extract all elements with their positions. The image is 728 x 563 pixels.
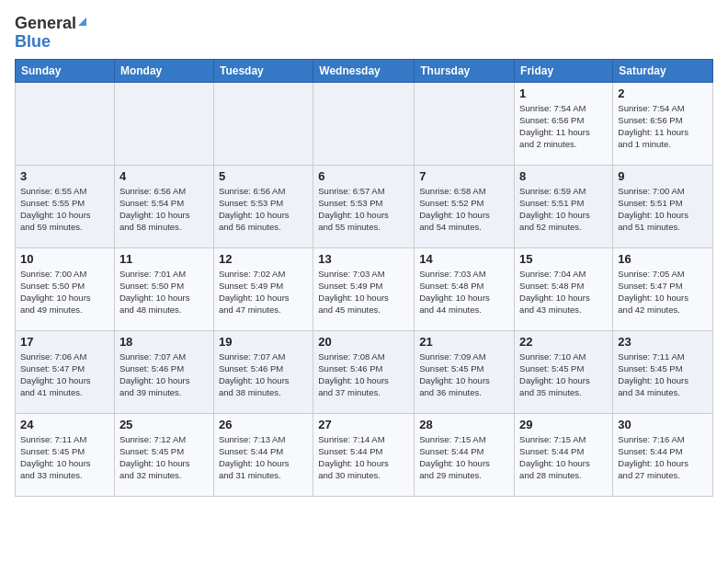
day-number: 9 (618, 169, 708, 183)
day-number: 14 (419, 252, 509, 266)
day-number: 16 (618, 252, 708, 266)
day-number: 12 (219, 252, 308, 266)
calendar-cell: 16Sunrise: 7:05 AM Sunset: 5:47 PM Dayli… (613, 247, 713, 330)
day-number: 11 (119, 252, 209, 266)
calendar-cell: 29Sunrise: 7:15 AM Sunset: 5:44 PM Dayli… (515, 413, 613, 496)
day-info: Sunrise: 7:01 AM Sunset: 5:50 PM Dayligh… (119, 268, 209, 316)
day-number: 23 (618, 335, 708, 349)
day-info: Sunrise: 7:09 AM Sunset: 5:45 PM Dayligh… (419, 350, 509, 399)
day-info: Sunrise: 6:58 AM Sunset: 5:52 PM Dayligh… (419, 185, 509, 234)
day-info: Sunrise: 7:12 AM Sunset: 5:45 PM Dayligh… (119, 433, 209, 482)
day-number: 18 (119, 335, 209, 349)
calendar-cell: 4Sunrise: 6:56 AM Sunset: 5:54 PM Daylig… (114, 165, 213, 247)
day-info: Sunrise: 7:03 AM Sunset: 5:48 PM Dayligh… (419, 268, 509, 316)
day-number: 7 (419, 169, 509, 183)
calendar-cell: 8Sunrise: 6:59 AM Sunset: 5:51 PM Daylig… (515, 165, 613, 247)
day-number: 5 (219, 169, 308, 183)
day-info: Sunrise: 7:10 AM Sunset: 5:45 PM Dayligh… (519, 350, 608, 399)
day-number: 24 (20, 418, 109, 431)
calendar-week-3: 10Sunrise: 7:00 AM Sunset: 5:50 PM Dayli… (16, 247, 713, 330)
calendar-cell: 22Sunrise: 7:10 AM Sunset: 5:45 PM Dayli… (515, 330, 613, 413)
logo: General Blue (15, 15, 86, 52)
calendar-cell: 19Sunrise: 7:07 AM Sunset: 5:46 PM Dayli… (213, 330, 313, 413)
calendar-week-5: 24Sunrise: 7:11 AM Sunset: 5:45 PM Dayli… (16, 413, 713, 496)
day-info: Sunrise: 6:55 AM Sunset: 5:55 PM Dayligh… (20, 185, 109, 234)
calendar-cell: 1Sunrise: 7:54 AM Sunset: 6:56 PM Daylig… (515, 82, 613, 165)
calendar-cell: 9Sunrise: 7:00 AM Sunset: 5:51 PM Daylig… (613, 165, 713, 247)
calendar-cell: 28Sunrise: 7:15 AM Sunset: 5:44 PM Dayli… (415, 413, 515, 496)
calendar-cell: 5Sunrise: 6:56 AM Sunset: 5:53 PM Daylig… (213, 165, 313, 247)
day-info: Sunrise: 7:00 AM Sunset: 5:51 PM Dayligh… (618, 185, 708, 234)
day-info: Sunrise: 7:16 AM Sunset: 5:44 PM Dayligh… (618, 433, 708, 482)
calendar-cell: 3Sunrise: 6:55 AM Sunset: 5:55 PM Daylig… (16, 165, 115, 247)
calendar-cell: 12Sunrise: 7:02 AM Sunset: 5:49 PM Dayli… (213, 247, 313, 330)
weekday-header-saturday: Saturday (613, 59, 713, 82)
page-header: General Blue (15, 15, 713, 52)
day-info: Sunrise: 7:08 AM Sunset: 5:46 PM Dayligh… (318, 350, 409, 399)
day-number: 19 (219, 335, 308, 349)
day-info: Sunrise: 7:11 AM Sunset: 5:45 PM Dayligh… (618, 350, 708, 399)
calendar-cell (16, 82, 115, 165)
day-number: 8 (519, 169, 608, 183)
day-number: 28 (419, 418, 509, 431)
calendar-cell: 18Sunrise: 7:07 AM Sunset: 5:46 PM Dayli… (114, 330, 213, 413)
logo-blue: Blue (15, 32, 51, 51)
calendar-week-4: 17Sunrise: 7:06 AM Sunset: 5:47 PM Dayli… (16, 330, 713, 413)
day-number: 20 (318, 335, 409, 349)
day-number: 27 (318, 418, 409, 431)
calendar-cell: 23Sunrise: 7:11 AM Sunset: 5:45 PM Dayli… (613, 330, 713, 413)
calendar-cell: 10Sunrise: 7:00 AM Sunset: 5:50 PM Dayli… (16, 247, 115, 330)
day-info: Sunrise: 6:56 AM Sunset: 5:53 PM Dayligh… (219, 185, 308, 234)
weekday-header-sunday: Sunday (16, 59, 115, 82)
calendar-cell: 26Sunrise: 7:13 AM Sunset: 5:44 PM Dayli… (213, 413, 313, 496)
calendar-cell (213, 82, 313, 165)
weekday-header-wednesday: Wednesday (313, 59, 415, 82)
day-number: 22 (519, 335, 608, 349)
day-info: Sunrise: 7:07 AM Sunset: 5:46 PM Dayligh… (219, 350, 308, 399)
day-number: 21 (419, 335, 509, 349)
calendar-cell: 14Sunrise: 7:03 AM Sunset: 5:48 PM Dayli… (415, 247, 515, 330)
day-number: 29 (519, 418, 608, 431)
calendar-cell: 2Sunrise: 7:54 AM Sunset: 6:56 PM Daylig… (613, 82, 713, 165)
calendar-cell: 20Sunrise: 7:08 AM Sunset: 5:46 PM Dayli… (313, 330, 415, 413)
calendar-cell: 7Sunrise: 6:58 AM Sunset: 5:52 PM Daylig… (415, 165, 515, 247)
day-info: Sunrise: 7:04 AM Sunset: 5:48 PM Dayligh… (519, 268, 608, 316)
logo-general: General (15, 15, 76, 33)
day-info: Sunrise: 7:05 AM Sunset: 5:47 PM Dayligh… (618, 268, 708, 316)
calendar-cell: 21Sunrise: 7:09 AM Sunset: 5:45 PM Dayli… (415, 330, 515, 413)
day-number: 6 (318, 169, 409, 183)
day-number: 26 (219, 418, 308, 431)
calendar-header-row: SundayMondayTuesdayWednesdayThursdayFrid… (16, 59, 713, 82)
calendar-cell: 24Sunrise: 7:11 AM Sunset: 5:45 PM Dayli… (16, 413, 115, 496)
calendar-week-1: 1Sunrise: 7:54 AM Sunset: 6:56 PM Daylig… (16, 82, 713, 165)
calendar-cell (415, 82, 515, 165)
weekday-header-monday: Monday (114, 59, 213, 82)
weekday-header-friday: Friday (515, 59, 613, 82)
calendar-table: SundayMondayTuesdayWednesdayThursdayFrid… (15, 59, 713, 497)
day-info: Sunrise: 7:11 AM Sunset: 5:45 PM Dayligh… (20, 433, 109, 482)
day-number: 13 (318, 252, 409, 266)
calendar-cell: 30Sunrise: 7:16 AM Sunset: 5:44 PM Dayli… (613, 413, 713, 496)
calendar-cell (114, 82, 213, 165)
day-number: 30 (618, 418, 708, 431)
day-number: 2 (618, 86, 708, 100)
day-info: Sunrise: 7:15 AM Sunset: 5:44 PM Dayligh… (419, 433, 509, 482)
day-number: 10 (20, 252, 109, 266)
day-info: Sunrise: 7:54 AM Sunset: 6:56 PM Dayligh… (519, 102, 608, 151)
calendar-cell: 13Sunrise: 7:03 AM Sunset: 5:49 PM Dayli… (313, 247, 415, 330)
day-number: 3 (20, 169, 109, 183)
calendar-cell: 25Sunrise: 7:12 AM Sunset: 5:45 PM Dayli… (114, 413, 213, 496)
day-info: Sunrise: 6:59 AM Sunset: 5:51 PM Dayligh… (519, 185, 608, 234)
day-info: Sunrise: 6:56 AM Sunset: 5:54 PM Dayligh… (119, 185, 209, 234)
weekday-header-thursday: Thursday (415, 59, 515, 82)
calendar-cell: 6Sunrise: 6:57 AM Sunset: 5:53 PM Daylig… (313, 165, 415, 247)
calendar-cell: 27Sunrise: 7:14 AM Sunset: 5:44 PM Dayli… (313, 413, 415, 496)
day-info: Sunrise: 7:54 AM Sunset: 6:56 PM Dayligh… (618, 102, 708, 151)
day-info: Sunrise: 7:00 AM Sunset: 5:50 PM Dayligh… (20, 268, 109, 316)
calendar-cell (313, 82, 415, 165)
day-number: 1 (519, 86, 608, 100)
day-number: 15 (519, 252, 608, 266)
day-info: Sunrise: 7:14 AM Sunset: 5:44 PM Dayligh… (318, 433, 409, 482)
weekday-header-tuesday: Tuesday (213, 59, 313, 82)
calendar-cell: 17Sunrise: 7:06 AM Sunset: 5:47 PM Dayli… (16, 330, 115, 413)
